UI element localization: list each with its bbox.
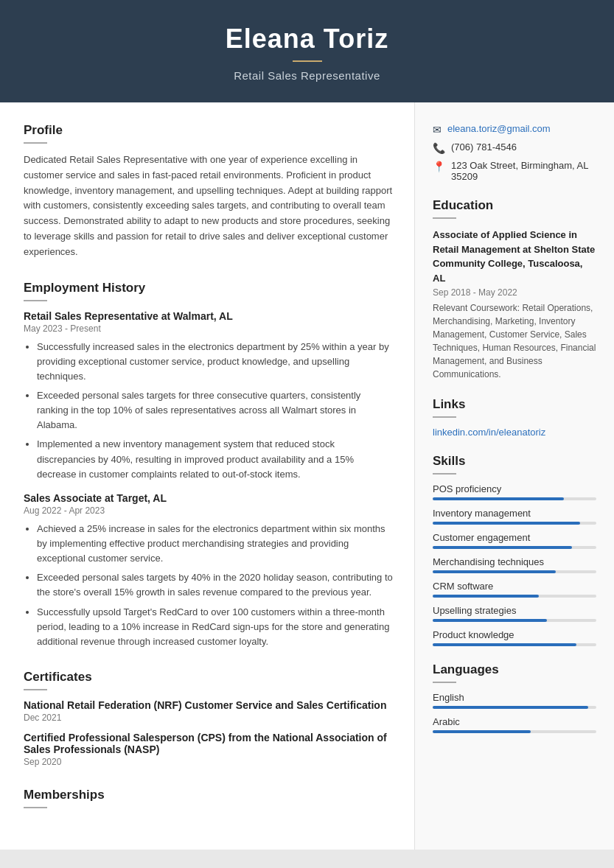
email-icon: ✉ — [433, 124, 442, 136]
skill-name-5: Upselling strategies — [433, 605, 596, 616]
language-bar-bg-0 — [433, 706, 596, 709]
job-1-title: Retail Sales Representative at Walmart, … — [24, 310, 394, 322]
candidate-name: Eleana Toriz — [29, 24, 585, 55]
skill-bar-fill-0 — [433, 497, 564, 500]
certificates-title: Certificates — [24, 670, 394, 685]
job-2: Sales Associate at Target, AL Aug 2022 -… — [24, 492, 394, 649]
skill-item-3: Merchandising techniques — [433, 556, 596, 573]
contact-address-item: 📍 123 Oak Street, Birmingham, AL 35209 — [433, 160, 596, 182]
job-1-bullet-1: Successfully increased sales in the elec… — [37, 340, 394, 384]
skill-item-2: Customer engagement — [433, 532, 596, 549]
linkedin-link[interactable]: linkedin.com/in/eleanatoriz — [433, 427, 545, 438]
profile-section: Profile Dedicated Retail Sales Represent… — [24, 123, 394, 260]
left-column: Profile Dedicated Retail Sales Represent… — [0, 102, 415, 850]
cert-1: National Retail Federation (NRF) Custome… — [24, 699, 394, 723]
skill-bar-bg-1 — [433, 522, 596, 525]
address-text: 123 Oak Street, Birmingham, AL 35209 — [451, 160, 596, 182]
language-name-1: Arabic — [433, 716, 596, 727]
links-title: Links — [433, 397, 596, 412]
cert-1-title: National Retail Federation (NRF) Custome… — [24, 699, 394, 711]
phone-text: (706) 781-4546 — [451, 141, 517, 153]
job-2-bullet-2: Exceeded personal sales targets by 40% i… — [37, 570, 394, 600]
job-2-bullet-1: Achieved a 25% increase in sales for the… — [37, 522, 394, 566]
skill-bar-bg-5 — [433, 619, 596, 622]
education-divider — [433, 217, 456, 219]
employment-section: Employment History Retail Sales Represen… — [24, 281, 394, 649]
languages-title: Languages — [433, 662, 596, 677]
skill-bar-bg-4 — [433, 595, 596, 598]
contact-phone-item: 📞 (706) 781-4546 — [433, 141, 596, 154]
contact-section: ✉ eleana.toriz@gmail.com 📞 (706) 781-454… — [433, 123, 596, 182]
language-item-1: Arabic — [433, 716, 596, 733]
employment-divider — [24, 300, 47, 301]
skill-bar-fill-2 — [433, 546, 572, 549]
job-1-bullet-2: Exceeded personal sales targets for thre… — [37, 388, 394, 433]
skill-item-4: CRM software — [433, 581, 596, 598]
job-2-bullet-3: Successfully upsold Target's RedCard to … — [37, 605, 394, 649]
skill-item-1: Inventory management — [433, 508, 596, 525]
skills-section: Skills POS proficiency Inventory managem… — [433, 454, 596, 646]
skill-item-0: POS proficiency — [433, 483, 596, 500]
resume-header: Eleana Toriz Retail Sales Representative — [0, 0, 614, 102]
skill-item-5: Upselling strategies — [433, 605, 596, 622]
languages-list: English Arabic — [433, 692, 596, 733]
skill-bar-fill-4 — [433, 595, 539, 598]
job-2-title: Sales Associate at Target, AL — [24, 492, 394, 504]
resume-container: Eleana Toriz Retail Sales Representative… — [0, 0, 614, 850]
skill-bar-fill-1 — [433, 522, 580, 525]
phone-icon: 📞 — [433, 142, 445, 154]
skills-list: POS proficiency Inventory management Cus… — [433, 483, 596, 646]
education-section: Education Associate of Applied Science i… — [433, 198, 596, 381]
skill-bar-fill-3 — [433, 570, 556, 573]
skill-bar-fill-6 — [433, 643, 576, 646]
job-2-date: Aug 2022 - Apr 2023 — [24, 505, 394, 516]
cert-1-date: Dec 2021 — [24, 713, 394, 723]
language-item-0: English — [433, 692, 596, 709]
languages-section: Languages English Arabic — [433, 662, 596, 733]
profile-title: Profile — [24, 123, 394, 138]
language-bar-fill-0 — [433, 706, 588, 709]
resume-body: Profile Dedicated Retail Sales Represent… — [0, 102, 614, 850]
cert-2: Certified Professional Salesperson (CPS)… — [24, 732, 394, 767]
language-bar-fill-1 — [433, 730, 531, 733]
memberships-section: Memberships — [24, 788, 394, 808]
memberships-divider — [24, 807, 47, 808]
skill-bar-bg-3 — [433, 570, 596, 573]
edu-coursework: Relevant Coursework: Retail Operations, … — [433, 301, 596, 381]
education-title: Education — [433, 198, 596, 213]
contact-email-item: ✉ eleana.toriz@gmail.com — [433, 123, 596, 136]
skill-bar-bg-2 — [433, 546, 596, 549]
certificates-divider — [24, 689, 47, 690]
skill-name-6: Product knowledge — [433, 629, 596, 640]
profile-divider — [24, 142, 47, 144]
job-1-bullet-3: Implemented a new inventory management s… — [37, 437, 394, 481]
skill-bar-fill-5 — [433, 619, 547, 622]
cert-2-date: Sep 2020 — [24, 757, 394, 767]
skills-title: Skills — [433, 454, 596, 469]
job-1-bullets: Successfully increased sales in the elec… — [24, 340, 394, 482]
skill-name-4: CRM software — [433, 581, 596, 592]
header-divider — [293, 60, 322, 62]
languages-divider — [433, 682, 456, 683]
cert-2-title: Certified Professional Salesperson (CPS)… — [24, 732, 394, 755]
job-2-bullets: Achieved a 25% increase in sales for the… — [24, 522, 394, 649]
skill-name-3: Merchandising techniques — [433, 556, 596, 567]
right-column: ✉ eleana.toriz@gmail.com 📞 (706) 781-454… — [415, 102, 614, 850]
links-section: Links linkedin.com/in/eleanatoriz — [433, 397, 596, 438]
location-icon: 📍 — [433, 161, 445, 172]
skill-bar-bg-0 — [433, 497, 596, 500]
profile-text: Dedicated Retail Sales Representative wi… — [24, 153, 394, 260]
links-divider — [433, 416, 456, 418]
memberships-title: Memberships — [24, 788, 394, 802]
candidate-title: Retail Sales Representative — [29, 69, 585, 82]
job-1-date: May 2023 - Present — [24, 323, 394, 334]
edu-degree: Associate of Applied Science in Retail M… — [433, 228, 596, 285]
certificates-section: Certificates National Retail Federation … — [24, 670, 394, 767]
employment-title: Employment History — [24, 281, 394, 295]
skill-item-6: Product knowledge — [433, 629, 596, 646]
language-name-0: English — [433, 692, 596, 703]
edu-date: Sep 2018 - May 2022 — [433, 287, 596, 298]
skill-bar-bg-6 — [433, 643, 596, 646]
skill-name-2: Customer engagement — [433, 532, 596, 543]
email-link[interactable]: eleana.toriz@gmail.com — [447, 123, 551, 134]
